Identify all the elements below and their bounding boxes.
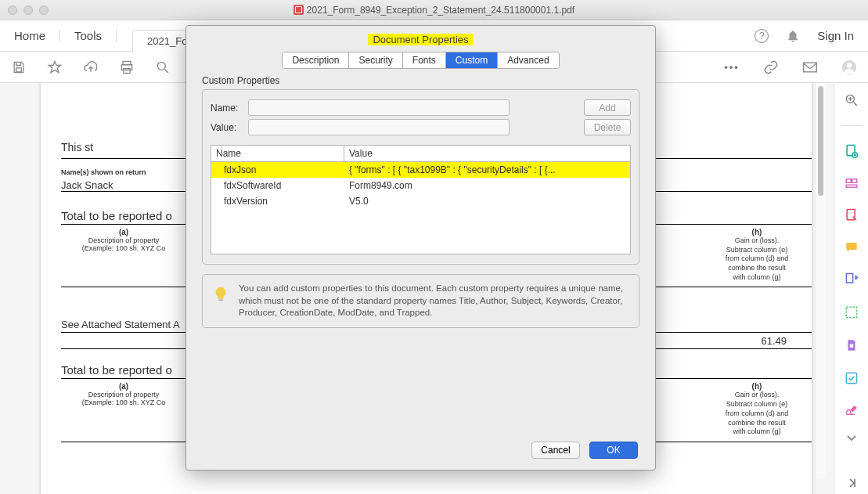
- dialog-tabs: Description Security Fonts Custom Advanc…: [282, 52, 559, 69]
- redact-icon[interactable]: [843, 305, 860, 320]
- col-name-header: Name: [211, 146, 344, 161]
- svg-rect-18: [849, 344, 853, 348]
- svg-rect-3: [124, 68, 130, 73]
- lightbulb-icon: [212, 286, 229, 303]
- tools-tab[interactable]: Tools: [60, 29, 117, 42]
- col-a-header-2: (a) Description of property (Example: 10…: [61, 382, 186, 436]
- table-row[interactable]: fdxVersion V5.0: [211, 193, 630, 209]
- svg-rect-5: [804, 63, 817, 72]
- info-box: You can add custom properties to this do…: [202, 274, 639, 328]
- combine-icon[interactable]: [843, 176, 860, 190]
- star-icon[interactable]: [47, 59, 63, 75]
- value-label: Value:: [211, 122, 248, 133]
- document-properties-dialog: Document Properties Description Security…: [185, 25, 656, 471]
- svg-rect-0: [16, 67, 22, 71]
- name-input[interactable]: [248, 99, 510, 116]
- svg-rect-11: [846, 179, 851, 183]
- more-icon[interactable]: •••: [724, 59, 740, 75]
- cloud-upload-icon[interactable]: [83, 59, 99, 75]
- link-icon[interactable]: [763, 59, 779, 75]
- dialog-title: Document Properties: [186, 26, 655, 52]
- tab-fonts[interactable]: Fonts: [403, 52, 446, 68]
- col-h-header-2: (h) Gain or (loss). Subtract column (e) …: [718, 382, 812, 436]
- table-row[interactable]: fdxJson { "forms" : [ { "tax1099B" : { "…: [211, 162, 630, 178]
- custom-properties-heading: Custom Properties: [202, 75, 639, 86]
- zoom-icon[interactable]: [843, 92, 860, 108]
- mail-icon[interactable]: [802, 59, 818, 75]
- tab-description[interactable]: Description: [283, 52, 349, 68]
- svg-rect-15: [846, 243, 857, 250]
- pdf-icon: [294, 5, 304, 15]
- window-title-text: 2021_Form_8949_Exception_2_Statement_24.…: [307, 5, 574, 16]
- tab-custom[interactable]: Custom: [446, 52, 498, 68]
- right-panel: [834, 83, 868, 494]
- create-pdf-icon[interactable]: [843, 143, 860, 159]
- properties-table[interactable]: Name Value fdxJson { "forms" : [ { "tax1…: [211, 145, 631, 254]
- amount-value: 61.49: [761, 335, 812, 348]
- col-h-header: (h) Gain or (loss). Subtract column (e) …: [718, 228, 812, 282]
- chevron-down-icon[interactable]: [843, 435, 860, 442]
- collapse-panel-icon[interactable]: [843, 477, 860, 489]
- protect-icon[interactable]: [843, 337, 860, 353]
- sign-icon[interactable]: [843, 403, 860, 417]
- col-value-header: Value: [344, 146, 630, 161]
- window-title: 2021_Form_8949_Exception_2_Statement_24.…: [0, 5, 868, 16]
- info-text: You can add custom properties to this do…: [239, 283, 629, 319]
- custom-properties-box: Name: Add Value: Delete Name Value fdxJs…: [202, 89, 639, 265]
- svg-point-4: [157, 62, 165, 70]
- doc-intro: This st: [61, 141, 93, 153]
- save-icon[interactable]: [11, 59, 27, 75]
- bell-icon[interactable]: [786, 29, 800, 43]
- add-button[interactable]: Add: [584, 99, 631, 116]
- col-a-header: (a) Description of property (Example: 10…: [61, 228, 186, 282]
- table-row[interactable]: fdxSoftwareId Form8949.com: [211, 178, 630, 193]
- delete-button[interactable]: Delete: [584, 119, 631, 135]
- name-value: Jack Snack: [61, 179, 194, 191]
- name-label: Name:: [211, 103, 248, 114]
- ok-button[interactable]: OK: [589, 442, 638, 459]
- value-input[interactable]: [248, 119, 510, 135]
- svg-rect-13: [846, 185, 857, 187]
- tab-advanced[interactable]: Advanced: [498, 52, 558, 68]
- compress-icon[interactable]: [843, 370, 860, 386]
- svg-rect-17: [846, 307, 856, 317]
- svg-rect-20: [218, 299, 223, 301]
- doc-scrollbar[interactable]: [815, 83, 826, 478]
- help-icon[interactable]: [755, 29, 769, 43]
- user-icon[interactable]: [841, 59, 857, 75]
- svg-point-7: [847, 63, 852, 68]
- svg-rect-16: [846, 274, 852, 283]
- search-icon[interactable]: [155, 59, 171, 75]
- titlebar: 2021_Form_8949_Exception_2_Statement_24.…: [0, 0, 868, 20]
- organize-icon[interactable]: [843, 272, 860, 287]
- names-label: Name(s) shown on return: [61, 168, 194, 176]
- cancel-button[interactable]: Cancel: [531, 442, 580, 459]
- home-tab[interactable]: Home: [0, 29, 60, 42]
- svg-rect-12: [852, 179, 856, 183]
- svg-rect-19: [846, 373, 856, 383]
- comment-icon[interactable]: [843, 240, 860, 254]
- print-icon[interactable]: [119, 59, 135, 75]
- edit-pdf-icon[interactable]: [843, 207, 860, 223]
- sign-in-link[interactable]: Sign In: [817, 29, 854, 42]
- tab-security[interactable]: Security: [349, 52, 402, 68]
- svg-rect-14: [847, 210, 855, 220]
